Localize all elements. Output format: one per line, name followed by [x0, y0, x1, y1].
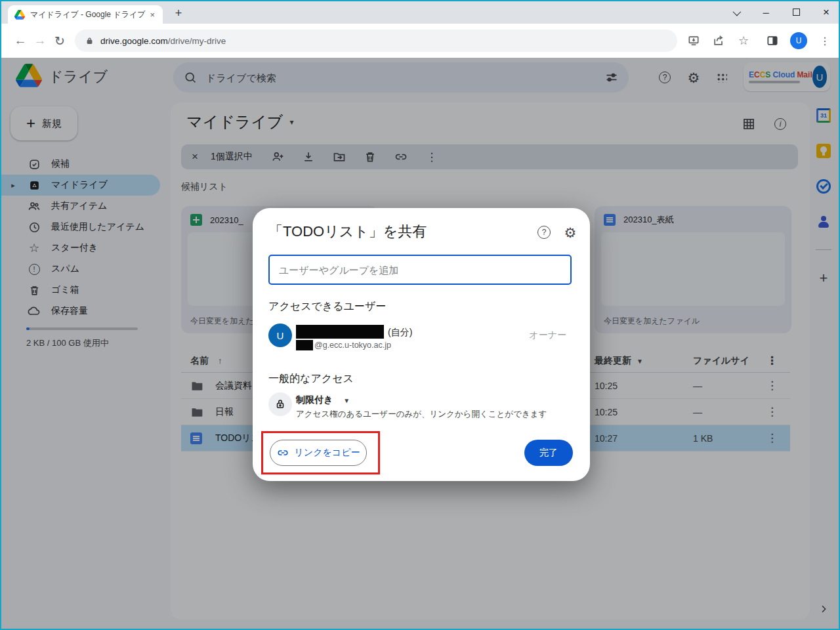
tab-close-icon[interactable]: ×: [147, 10, 158, 20]
tab-search-icon[interactable]: [730, 8, 742, 18]
back-button[interactable]: ←: [10, 33, 30, 48]
general-access-label: 一般的なアクセス: [268, 372, 354, 386]
window-minimize-button[interactable]: ─: [760, 8, 772, 18]
access-section-label: アクセスできるユーザー: [268, 300, 386, 314]
restricted-description: アクセス権のあるユーザーのみが、リンクから開くことができます: [296, 409, 547, 420]
dialog-title: 「TODOリスト」を共有: [268, 222, 427, 242]
site-lock-icon: [85, 37, 94, 45]
forward-button[interactable]: →: [30, 33, 50, 48]
new-tab-button[interactable]: +: [171, 7, 186, 20]
owner-avatar: U: [268, 324, 292, 347]
drive-page: ドライブ ? ⚙ ECCSCloudMail U + 新規: [1, 58, 839, 629]
lock-icon: [268, 392, 292, 416]
url-domain: drive.google.com: [100, 36, 168, 46]
window-close-button[interactable]: ×: [820, 6, 832, 19]
browser-menu-icon[interactable]: ⋮: [818, 33, 832, 48]
share-dialog: 「TODOリスト」を共有 ? ⚙ アクセスできるユーザー U (自分) @g.e…: [253, 208, 590, 481]
install-app-icon[interactable]: [686, 33, 701, 48]
dropdown-caret-icon: ▼: [343, 397, 350, 404]
share-help-icon[interactable]: ?: [536, 224, 552, 240]
tab-title: マイドライブ - Google ドライブ: [30, 9, 147, 20]
browser-profile-avatar[interactable]: U: [790, 32, 807, 49]
owner-role-label: オーナー: [529, 329, 566, 341]
reload-button[interactable]: ↻: [50, 33, 70, 49]
browser-tab[interactable]: マイドライブ - Google ドライブ ×: [8, 5, 163, 24]
redacted-owner-email: [296, 340, 313, 350]
add-people-input[interactable]: [268, 255, 572, 285]
link-icon: [277, 447, 289, 459]
done-button[interactable]: 完了: [524, 440, 573, 466]
browser-toolbar: ← → ↻ drive.google.com/drive/my-drive ☆ …: [1, 24, 839, 58]
side-panel-icon[interactable]: [765, 33, 780, 48]
owner-email-suffix: @g.ecc.u-tokyo.ac.jp: [314, 341, 391, 350]
redacted-owner-name: [296, 325, 384, 339]
address-bar[interactable]: drive.google.com/drive/my-drive: [75, 30, 677, 52]
share-icon[interactable]: [711, 33, 726, 48]
copy-link-button[interactable]: リンクをコピー: [270, 440, 367, 466]
restricted-dropdown[interactable]: 制限付き ▼: [296, 394, 350, 406]
browser-tabstrip: マイドライブ - Google ドライブ × + ─ ×: [1, 1, 839, 24]
share-settings-gear-icon[interactable]: ⚙: [562, 224, 578, 240]
bookmark-star-icon[interactable]: ☆: [736, 33, 751, 48]
owner-self-label: (自分): [388, 327, 412, 339]
drive-favicon-icon: [14, 10, 25, 20]
screen: マイドライブ - Google ドライブ × + ─ × ← → ↻ drive…: [0, 0, 840, 630]
url-path: /drive/my-drive: [168, 36, 226, 46]
window-maximize-button[interactable]: [790, 8, 802, 18]
